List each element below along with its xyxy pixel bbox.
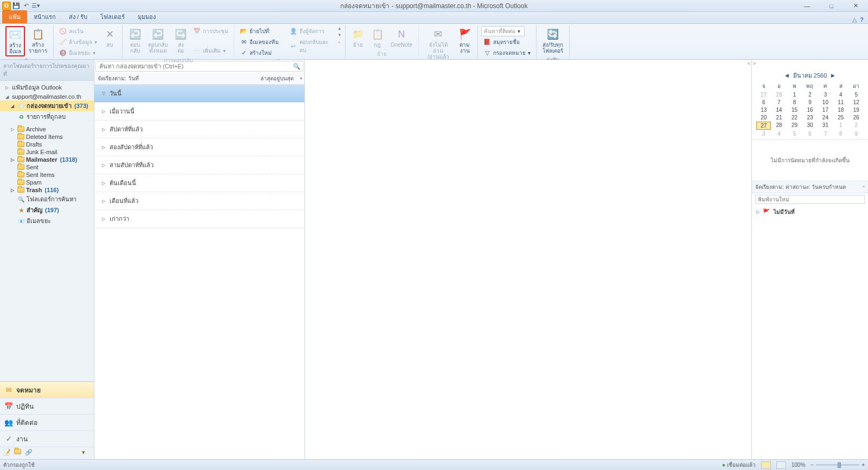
ignore-button[interactable]: 🚫ละเว้น <box>57 26 99 36</box>
task-header-expand-icon[interactable]: ^ <box>863 185 865 189</box>
group-threeweeks[interactable]: ▷สามสัปดาห์ที่แล้ว <box>94 156 304 174</box>
search-icon[interactable]: 🔍 <box>291 61 303 71</box>
calendar-day[interactable]: 7 <box>771 99 786 106</box>
calendar-day[interactable]: 26 <box>849 114 864 121</box>
tab-send-receive[interactable]: ส่ง / รับ <box>62 10 94 23</box>
calendar-day[interactable]: 1 <box>787 91 802 98</box>
quick-move-button[interactable]: 📂ย้ายไปที่: <box>238 26 286 36</box>
quicksteps-down-icon[interactable]: ▼ <box>337 33 342 37</box>
group-yesterday[interactable]: ▷เมื่อวานนี้ <box>94 103 304 120</box>
collapse-todo-icon[interactable]: > <box>752 60 757 67</box>
folder-deleted-sub[interactable]: ♻รายการที่ถูกลบ <box>0 111 94 122</box>
tab-file[interactable]: แฟ้ม <box>2 10 27 23</box>
minimize-ribbon-icon[interactable]: △ <box>852 16 857 23</box>
reply-all-button[interactable]: ↩️ตอบกลับ ทั้งหมด <box>145 26 170 55</box>
find-contact-input[interactable]: ค้นหาที่ติดต่อ▾ <box>481 26 525 36</box>
calendar-day[interactable]: 29 <box>787 122 802 130</box>
task-header[interactable]: จัดเรียงตาม: ค่าสถานะ: วันครบกำหนด ^ <box>752 181 868 193</box>
calendar-day[interactable]: 27 <box>756 122 771 130</box>
close-button[interactable]: ✕ <box>844 1 868 11</box>
folder-search[interactable]: 🔍โฟลเดอร์การค้นหา <box>0 194 94 205</box>
view-normal-button[interactable] <box>761 461 771 469</box>
folder-sentitems[interactable]: Sent Items <box>0 171 94 179</box>
calendar-day[interactable]: 12 <box>849 99 864 106</box>
folder-junkmail[interactable]: 📧อีเมลขยะ <box>0 215 94 226</box>
minimize-button[interactable]: — <box>795 1 819 11</box>
calendar-day[interactable]: 28 <box>771 122 786 130</box>
group-lastmonth[interactable]: ▷เดือนที่แล้ว <box>94 192 304 210</box>
meeting-button[interactable]: 📅การประชุม <box>191 26 231 36</box>
calendar-day[interactable]: 19 <box>849 106 864 113</box>
delete-button[interactable]: ✕ ลบ <box>100 26 119 49</box>
calendar-day[interactable]: 3 <box>756 130 771 137</box>
calendar-day[interactable]: 25 <box>833 114 848 121</box>
prev-month-icon[interactable]: ◀ <box>785 73 789 78</box>
folder-mini-icon[interactable] <box>14 449 23 458</box>
junk-button[interactable]: 🚯อีเมลขยะ▾ <box>57 48 99 58</box>
folder-mailmaster[interactable]: ▷Mailmaster(1318) <box>0 156 94 163</box>
calendar-grid[interactable]: จอพพฤศสอา2728123456789101112131415161718… <box>756 81 864 137</box>
calendar-day[interactable]: 1 <box>833 122 848 130</box>
calendar-day[interactable]: 10 <box>818 99 833 106</box>
tab-view[interactable]: มุมมอง <box>131 10 162 23</box>
more-respond-button[interactable]: ⋯เพิ่มเติม▾ <box>191 46 231 56</box>
followup-button[interactable]: 🚩ตาม งาน <box>456 26 474 55</box>
calendar-day[interactable]: 3 <box>818 91 833 98</box>
group-older[interactable]: ▷เก่ากว่า <box>94 210 304 228</box>
group-earlier-month[interactable]: ▷ต้นเดือนนี้ <box>94 174 304 192</box>
new-items-button[interactable]: 📋 สร้าง รายการ <box>26 26 50 55</box>
outlook-datafile-node[interactable]: ▷แฟ้มข้อมูล Outlook <box>0 82 94 93</box>
calendar-day[interactable]: 4 <box>833 91 848 98</box>
nav-mail-button[interactable]: ✉จดหมาย <box>0 382 94 398</box>
folder-trash[interactable]: ▷Trash(116) <box>0 186 94 194</box>
nav-config-icon[interactable]: ▾ <box>82 449 91 458</box>
notes-icon[interactable]: 📝 <box>3 449 12 458</box>
arrange-by-label[interactable]: จัดเรียงตาม: วันที่ <box>98 74 139 82</box>
nav-calendar-button[interactable]: 📅ปฏิทิน <box>0 398 94 414</box>
favorites-header[interactable]: ลากโฟลเดอร์รายการโปรดของคุณมาที่ <box>0 60 94 81</box>
group-today[interactable]: ▽วันนี้ <box>94 85 304 103</box>
nav-contacts-button[interactable]: 👥ที่ติดต่อ <box>0 414 94 430</box>
new-task-input[interactable] <box>755 195 865 204</box>
calendar-day[interactable]: 14 <box>771 106 786 113</box>
calendar-day[interactable]: 9 <box>802 99 817 106</box>
calendar-day[interactable]: 17 <box>818 106 833 113</box>
onenote-button[interactable]: NOneNote <box>388 26 415 49</box>
save-icon[interactable]: 💾 <box>12 2 21 10</box>
filter-email-button[interactable]: ▽กรองจดหมาย▾ <box>481 48 533 58</box>
calendar-day[interactable]: 22 <box>787 114 802 121</box>
unread-read-button[interactable]: ✉ยังไม่ได้อ่าน /อ่านแล้ว <box>422 26 455 61</box>
view-reading-button[interactable] <box>776 461 786 469</box>
quick-to-manager-button[interactable]: 👤ถึงผู้จัดการ <box>288 26 336 36</box>
group-lastweek[interactable]: ▷สัปดาห์ที่แล้ว <box>94 120 304 138</box>
quicksteps-expand-icon[interactable]: ⌄ <box>337 39 342 44</box>
calendar-day[interactable]: 27 <box>756 91 771 98</box>
sort-order-label[interactable]: ล่าสุดอยู่บนสุด <box>260 74 293 82</box>
nav-tasks-button[interactable]: ✓งาน <box>0 430 94 447</box>
calendar-day[interactable]: 8 <box>787 99 802 106</box>
calendar-day[interactable]: 18 <box>833 106 848 113</box>
calendar-day[interactable]: 6 <box>802 130 817 137</box>
quick-reply-delete-button[interactable]: ↩ตอบกลับและลบ <box>288 37 336 55</box>
group-twoweeks[interactable]: ▷สองสัปดาห์ที่แล้ว <box>94 138 304 156</box>
maximize-button[interactable]: □ <box>819 1 844 11</box>
calendar-day[interactable]: 15 <box>787 106 802 113</box>
zoom-slider[interactable] <box>816 464 859 466</box>
calendar-day[interactable]: 20 <box>756 114 771 121</box>
calendar-day[interactable]: 5 <box>787 130 802 137</box>
calendar-day[interactable]: 31 <box>818 122 833 130</box>
reply-button[interactable]: ↩️ตอบ กลับ <box>126 26 144 55</box>
folder-important[interactable]: ★สำคัญ(197) <box>0 205 94 215</box>
help-icon[interactable]: ? <box>860 16 864 23</box>
folder-inbox[interactable]: ◢📨กล่องจดหมายเข้า(373) <box>0 100 94 111</box>
next-month-icon[interactable]: ▶ <box>831 73 835 78</box>
calendar-day[interactable]: 4 <box>771 130 786 137</box>
collapse-reading-icon[interactable]: < <box>748 61 750 66</box>
tab-folder[interactable]: โฟลเดอร์ <box>94 10 131 23</box>
calendar-day[interactable]: 21 <box>771 114 786 121</box>
rules-button[interactable]: 📋กฎ <box>368 26 387 49</box>
calendar-day[interactable]: 7 <box>818 130 833 137</box>
calendar-day[interactable]: 23 <box>802 114 817 121</box>
folder-junk[interactable]: Junk E-mail <box>0 148 94 156</box>
folder-sent[interactable]: Sent <box>0 163 94 171</box>
